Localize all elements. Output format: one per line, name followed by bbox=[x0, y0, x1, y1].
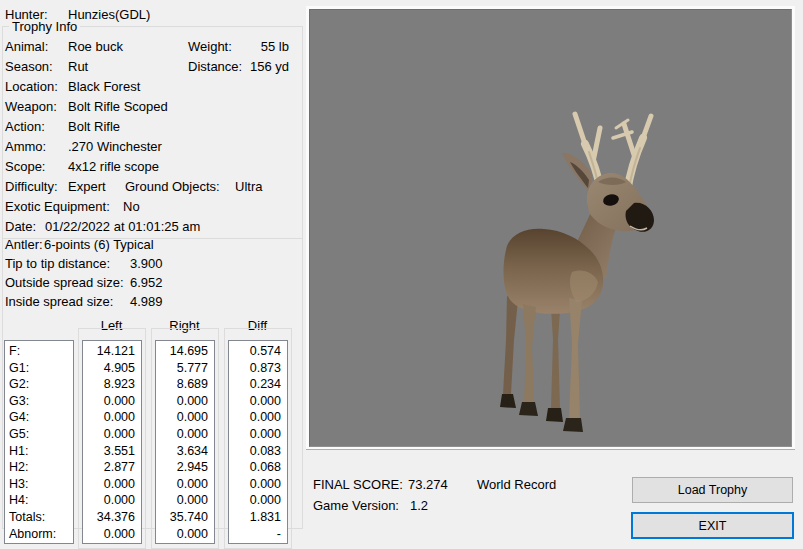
left-value-cell[interactable]: 14.121 bbox=[83, 343, 141, 360]
trophy-viewer-window: Hunter: Hunzies(GDL) Trophy Info Animal:… bbox=[0, 0, 803, 549]
measurement-row-label[interactable]: H4: bbox=[5, 492, 73, 509]
left-value-cell[interactable]: 3.551 bbox=[83, 443, 141, 460]
action-value: Bolt Rifle bbox=[68, 119, 120, 134]
scope-label: Scope: bbox=[5, 159, 45, 174]
right-values-listbox[interactable]: 14.6955.7778.6890.0000.0000.0003.6342.94… bbox=[155, 340, 215, 544]
diff-value-cell[interactable]: 0.000 bbox=[229, 492, 287, 509]
left-value-cell[interactable]: 34.376 bbox=[83, 509, 141, 526]
diff-value-cell[interactable]: 0.574 bbox=[229, 343, 287, 360]
left-value-cell[interactable]: 0.000 bbox=[83, 476, 141, 493]
measurement-row-label[interactable]: G4: bbox=[5, 409, 73, 426]
right-value-cell[interactable]: 0.000 bbox=[156, 492, 214, 509]
antler-label: Antler: bbox=[5, 237, 43, 252]
measurement-row-label[interactable]: F: bbox=[5, 343, 73, 360]
measurement-labels-listbox[interactable]: F:G1:G2:G3:G4:G5:H1:H2:H3:H4:Totals:Abno… bbox=[4, 340, 74, 544]
ground-objects-value: Ultra bbox=[235, 179, 262, 194]
final-score-value: 73.274 bbox=[408, 477, 448, 492]
diff-value-cell[interactable]: 0.068 bbox=[229, 459, 287, 476]
ammo-value: .270 Winchester bbox=[68, 139, 162, 154]
left-value-cell[interactable]: 0.000 bbox=[83, 409, 141, 426]
right-value-cell[interactable]: 3.634 bbox=[156, 443, 214, 460]
distance-value: 156 yd bbox=[230, 59, 289, 74]
left-value-cell[interactable]: 0.000 bbox=[83, 492, 141, 509]
load-trophy-button[interactable]: Load Trophy bbox=[632, 477, 793, 503]
right-value-cell[interactable]: 5.777 bbox=[156, 360, 214, 377]
right-value-cell[interactable]: 8.689 bbox=[156, 376, 214, 393]
ground-objects-label: Ground Objects: bbox=[125, 179, 220, 194]
right-value-cell[interactable]: 35.740 bbox=[156, 509, 214, 526]
left-value-cell[interactable]: 0.000 bbox=[83, 393, 141, 410]
right-value-cell[interactable]: 0.000 bbox=[156, 476, 214, 493]
inside-spread-value: 4.989 bbox=[130, 294, 163, 309]
tip-to-tip-label: Tip to tip distance: bbox=[5, 256, 110, 271]
trophy-3d-viewport[interactable] bbox=[309, 9, 792, 447]
date-label: Date: bbox=[5, 219, 36, 234]
animal-value: Roe buck bbox=[68, 39, 123, 54]
season-value: Rut bbox=[68, 59, 88, 74]
world-record-badge: World Record bbox=[477, 477, 556, 492]
diff-value-cell[interactable]: 0.000 bbox=[229, 476, 287, 493]
trophy-info-title: Trophy Info bbox=[9, 19, 80, 34]
measurement-row-label[interactable]: Abnorm: bbox=[5, 526, 73, 543]
diff-value-cell[interactable]: 0.000 bbox=[229, 393, 287, 410]
diff-value-cell[interactable]: 0.000 bbox=[229, 426, 287, 443]
weight-label: Weight: bbox=[188, 39, 232, 54]
right-value-cell[interactable]: 0.000 bbox=[156, 526, 214, 543]
diff-value-cell[interactable]: 1.831 bbox=[229, 509, 287, 526]
right-value-cell[interactable]: 2.945 bbox=[156, 459, 214, 476]
game-version-label: Game Version: bbox=[313, 498, 399, 513]
diff-value-cell[interactable]: 0.873 bbox=[229, 360, 287, 377]
diff-values-listbox[interactable]: 0.5740.8730.2340.0000.0000.0000.0830.068… bbox=[228, 340, 288, 544]
measurement-row-label[interactable]: H1: bbox=[5, 443, 73, 460]
measurement-row-label[interactable]: G2: bbox=[5, 376, 73, 393]
tip-to-tip-value: 3.900 bbox=[130, 256, 163, 271]
right-value-cell[interactable]: 14.695 bbox=[156, 343, 214, 360]
right-value-cell[interactable]: 0.000 bbox=[156, 409, 214, 426]
location-value: Black Forest bbox=[68, 79, 140, 94]
exotic-equipment-label: Exotic Equipment: bbox=[5, 199, 110, 214]
hunter-name: Hunzies(GDL) bbox=[68, 7, 150, 22]
scope-value: 4x12 rifle scope bbox=[68, 159, 159, 174]
diff-value-cell[interactable]: 0.234 bbox=[229, 376, 287, 393]
season-label: Season: bbox=[5, 59, 53, 74]
weapon-label: Weapon: bbox=[5, 99, 57, 114]
measurement-row-label[interactable]: H2: bbox=[5, 459, 73, 476]
antler-value: 6-points (6) Typical bbox=[44, 237, 154, 252]
diff-value-cell[interactable]: 0.000 bbox=[229, 409, 287, 426]
exit-button[interactable]: EXIT bbox=[631, 512, 794, 539]
game-version-value: 1.2 bbox=[410, 498, 428, 513]
right-value-cell[interactable]: 0.000 bbox=[156, 426, 214, 443]
left-value-cell[interactable]: 2.877 bbox=[83, 459, 141, 476]
action-label: Action: bbox=[5, 119, 45, 134]
left-value-cell[interactable]: 0.000 bbox=[83, 426, 141, 443]
viewport-frame bbox=[306, 6, 795, 450]
final-score-label: FINAL SCORE: bbox=[313, 477, 403, 492]
weight-value: 55 lb bbox=[230, 39, 289, 54]
diff-value-cell[interactable]: - bbox=[229, 526, 287, 543]
left-value-cell[interactable]: 4.905 bbox=[83, 360, 141, 377]
roe-buck-model bbox=[310, 10, 793, 448]
difficulty-label: Difficulty: bbox=[5, 179, 58, 194]
weapon-value: Bolt Rifle Scoped bbox=[68, 99, 168, 114]
measurement-row-label[interactable]: H3: bbox=[5, 476, 73, 493]
measurement-row-label[interactable]: Totals: bbox=[5, 509, 73, 526]
measurement-row-label[interactable]: G3: bbox=[5, 393, 73, 410]
outside-spread-value: 6.952 bbox=[130, 275, 163, 290]
measurement-row-label[interactable]: G5: bbox=[5, 426, 73, 443]
left-value-cell[interactable]: 8.923 bbox=[83, 376, 141, 393]
date-value: 01/22/2022 at 01:01:25 am bbox=[45, 219, 200, 234]
right-value-cell[interactable]: 0.000 bbox=[156, 393, 214, 410]
outside-spread-label: Outside spread size: bbox=[5, 275, 124, 290]
diff-value-cell[interactable]: 0.083 bbox=[229, 443, 287, 460]
animal-label: Animal: bbox=[5, 39, 48, 54]
left-value-cell[interactable]: 0.000 bbox=[83, 526, 141, 543]
location-label: Location: bbox=[5, 79, 58, 94]
left-values-listbox[interactable]: 14.1214.9058.9230.0000.0000.0003.5512.87… bbox=[82, 340, 142, 544]
exotic-equipment-value: No bbox=[123, 199, 140, 214]
difficulty-value: Expert bbox=[68, 179, 106, 194]
ammo-label: Ammo: bbox=[5, 139, 46, 154]
measurement-row-label[interactable]: G1: bbox=[5, 360, 73, 377]
inside-spread-label: Inside spread size: bbox=[5, 294, 113, 309]
